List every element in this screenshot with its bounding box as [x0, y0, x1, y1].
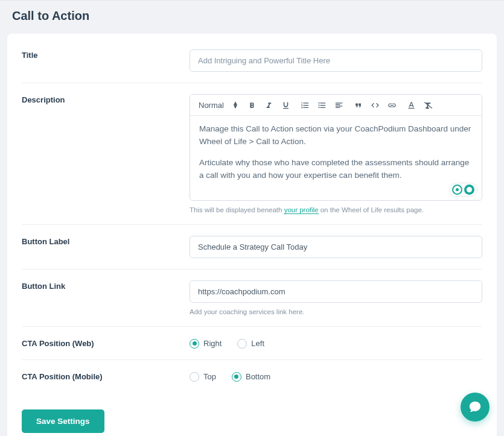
unordered-list-icon[interactable] — [317, 100, 328, 110]
text-color-icon[interactable] — [406, 100, 417, 110]
chat-icon — [468, 400, 482, 414]
label-cta-mobile: CTA Position (Mobile) — [22, 371, 190, 381]
help-chat-button[interactable] — [461, 393, 490, 422]
grammarly-icon — [464, 185, 474, 195]
radio-label: Bottom — [246, 372, 270, 381]
row-button-link: Button Link Add your coaching services l… — [22, 270, 482, 327]
row-title: Title — [22, 49, 482, 83]
chevron-updown-icon: ▲▼ — [232, 101, 238, 109]
label-title: Title — [22, 49, 190, 60]
button-label-input[interactable] — [190, 236, 482, 258]
radio-web-right[interactable]: Right — [190, 339, 222, 349]
ordered-list-icon[interactable] — [300, 100, 311, 110]
cta-mobile-radio-group: Top Bottom — [190, 371, 482, 382]
label-button-label: Button Label — [22, 236, 190, 246]
cta-web-radio-group: Right Left — [190, 338, 482, 349]
bold-icon[interactable] — [247, 100, 258, 110]
grammarly-widget[interactable] — [449, 183, 477, 197]
editor-toolbar: Normal ▲▼ — [190, 95, 482, 116]
title-input[interactable] — [190, 49, 482, 72]
row-description: Description Normal ▲▼ — [22, 83, 482, 225]
blockquote-icon[interactable] — [353, 100, 364, 110]
label-button-link: Button Link — [22, 280, 190, 291]
editor-paragraph: Manage this Call to Action section via y… — [199, 123, 473, 148]
format-select[interactable]: Normal ▲▼ — [199, 101, 238, 110]
italic-icon[interactable] — [264, 100, 275, 110]
underline-icon[interactable] — [281, 100, 292, 110]
settings-card: Title Description Normal ▲▼ — [7, 34, 497, 436]
align-icon[interactable] — [334, 100, 345, 110]
description-help: This will be displayed beneath your prof… — [190, 206, 482, 213]
radio-label: Top — [203, 372, 216, 381]
row-cta-mobile: CTA Position (Mobile) Top Bottom — [22, 360, 482, 393]
radio-mobile-top[interactable]: Top — [190, 372, 216, 382]
row-button-label: Button Label — [22, 225, 482, 270]
editor-paragraph: Articulate why those who have completed … — [199, 157, 473, 182]
link-icon[interactable] — [387, 100, 398, 110]
rich-text-editor: Normal ▲▼ — [190, 94, 482, 201]
radio-label: Right — [203, 339, 222, 348]
radio-mobile-bottom[interactable]: Bottom — [232, 372, 270, 382]
page-title: Call to Action — [12, 9, 492, 23]
grammarly-suggestion-icon — [452, 185, 462, 195]
row-cta-web: CTA Position (Web) Right Left — [22, 327, 482, 360]
svg-rect-0 — [409, 107, 415, 108]
radio-icon — [237, 339, 247, 349]
button-link-help: Add your coaching services link here. — [190, 308, 482, 315]
row-save: Save Settings — [22, 393, 482, 433]
label-description: Description — [22, 94, 190, 104]
radio-icon — [190, 339, 199, 349]
clear-format-icon[interactable] — [423, 100, 434, 110]
radio-icon — [190, 372, 199, 382]
radio-web-left[interactable]: Left — [237, 339, 264, 349]
editor-content[interactable]: Manage this Call to Action section via y… — [190, 116, 482, 200]
save-button[interactable]: Save Settings — [22, 409, 104, 433]
radio-icon — [232, 372, 241, 382]
code-block-icon[interactable] — [370, 100, 381, 110]
radio-label: Left — [251, 339, 264, 348]
format-select-label: Normal — [199, 101, 224, 110]
label-cta-web: CTA Position (Web) — [22, 338, 190, 348]
page-header: Call to Action — [0, 0, 504, 34]
button-link-input[interactable] — [190, 280, 482, 303]
your-profile-link[interactable]: your profile — [284, 206, 319, 214]
